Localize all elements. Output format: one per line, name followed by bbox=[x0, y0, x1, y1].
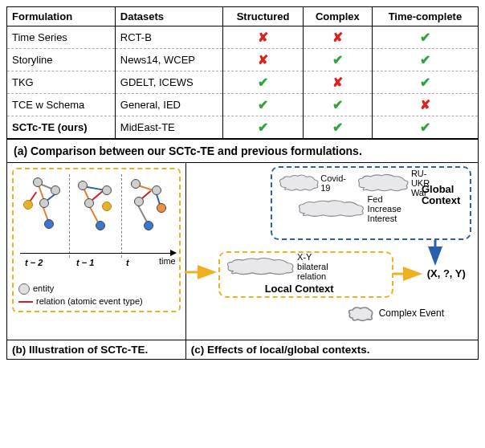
entity-node-icon bbox=[96, 221, 105, 230]
cloud-covid-icon: Covid-19 bbox=[277, 173, 346, 193]
figure-container: Formulation Datasets Structured Complex … bbox=[6, 6, 479, 360]
entity-node-icon bbox=[33, 177, 43, 187]
cell-timecomplete: ✔ bbox=[372, 26, 478, 49]
entity-node-icon bbox=[102, 185, 112, 195]
cell-datasets: News14, WCEP bbox=[115, 49, 222, 71]
caption-b: (b) Illustration of SCTc-TE. bbox=[7, 340, 185, 359]
time-divider bbox=[121, 174, 122, 258]
cell-structured: ✔ bbox=[223, 116, 304, 139]
entity-node-icon bbox=[157, 203, 166, 213]
col-header: Time-complete bbox=[372, 7, 478, 26]
cell-complex: ✔ bbox=[303, 116, 372, 139]
entity-node-icon bbox=[23, 200, 33, 210]
legend-relation-label: relation (atomic event type) bbox=[36, 296, 143, 306]
cell-complex: ✘ bbox=[303, 71, 372, 94]
caption-c: (c) Effects of local/global contexts. bbox=[186, 340, 478, 359]
col-header: Complex bbox=[303, 7, 372, 26]
panel-b: t − 2 t − 1 t time entity relation (atom… bbox=[7, 163, 186, 359]
cell-formulation: SCTc-TE (ours) bbox=[7, 116, 115, 139]
table-row: Time SeriesRCT-B✘✘✔ bbox=[7, 26, 478, 49]
mini-graph-t bbox=[126, 174, 173, 246]
cell-datasets: GDELT, ICEWS bbox=[115, 71, 222, 94]
entity-node-icon bbox=[144, 221, 153, 230]
table-header-row: Formulation Datasets Structured Complex … bbox=[7, 7, 478, 26]
panel-b-body: t − 2 t − 1 t time entity relation (atom… bbox=[7, 163, 185, 340]
time-tick-label: t − 1 bbox=[76, 258, 94, 267]
time-tick-label: t − 2 bbox=[25, 258, 43, 267]
entity-node-icon bbox=[84, 198, 94, 208]
cell-formulation: Storyline bbox=[7, 49, 115, 71]
arrow-to-local-icon bbox=[185, 264, 220, 282]
cloud-war-icon: RU-UKR War bbox=[356, 173, 444, 193]
mini-graph-t-1 bbox=[73, 174, 120, 246]
cell-structured: ✔ bbox=[223, 71, 304, 94]
cell-timecomplete: ✘ bbox=[372, 94, 478, 116]
cell-timecomplete: ✔ bbox=[372, 49, 478, 71]
time-tick-label: t bbox=[126, 258, 129, 267]
axis-label: time bbox=[159, 256, 176, 266]
cell-datasets: General, IED bbox=[115, 94, 222, 116]
cell-formulation: Time Series bbox=[7, 26, 115, 49]
arrow-global-down-icon bbox=[427, 240, 443, 269]
legend-relation: relation (atomic event type) bbox=[18, 295, 143, 307]
entity-node-icon bbox=[78, 181, 88, 190]
mini-graphs-row bbox=[17, 174, 176, 255]
output-tuple: (X, ?, Y) bbox=[427, 267, 466, 279]
time-axis-icon bbox=[20, 253, 176, 254]
cloud-bilateral-icon: X-Y bilateral relation bbox=[225, 256, 345, 277]
cloud-fed-label: Fed Increase Interest bbox=[368, 194, 417, 223]
entity-node-icon bbox=[131, 179, 141, 189]
cell-complex: ✔ bbox=[303, 94, 372, 116]
cell-timecomplete: ✔ bbox=[372, 116, 478, 139]
cloud-complex-event-icon bbox=[347, 306, 374, 322]
relation-line-icon bbox=[18, 301, 33, 303]
cell-complex: ✘ bbox=[303, 26, 372, 49]
entity-dot-icon bbox=[18, 283, 30, 295]
caption-a: (a) Comparison between our SCTc-TE and p… bbox=[7, 139, 478, 162]
legend: entity relation (atomic event type) bbox=[18, 282, 143, 307]
panel-c-body: Covid-19 RU-UKR War Fed Increase Interes… bbox=[186, 163, 478, 340]
cell-structured: ✘ bbox=[223, 26, 304, 49]
entity-node-icon bbox=[39, 198, 49, 208]
table-row: SCTc-TE (ours)MidEast-TE✔✔✔ bbox=[7, 116, 478, 139]
col-header: Structured bbox=[223, 7, 304, 26]
entity-node-icon bbox=[134, 197, 144, 206]
cloud-war-label: RU-UKR War bbox=[411, 169, 444, 198]
cell-formulation: TKG bbox=[7, 71, 115, 94]
sctc-illustration-box: t − 2 t − 1 t time entity relation (atom… bbox=[12, 168, 181, 312]
time-divider bbox=[69, 174, 70, 258]
comparison-table: Formulation Datasets Structured Complex … bbox=[7, 7, 478, 139]
cloud-fed-icon: Fed Increase Interest bbox=[296, 198, 417, 219]
cloud-bilateral-label: X-Y bilateral relation bbox=[297, 252, 345, 281]
lower-panels: t − 2 t − 1 t time entity relation (atom… bbox=[7, 162, 478, 359]
entity-node-icon bbox=[44, 219, 54, 229]
panel-c: Covid-19 RU-UKR War Fed Increase Interes… bbox=[186, 163, 478, 359]
legend-entity-label: entity bbox=[33, 283, 54, 293]
col-header: Datasets bbox=[115, 7, 222, 26]
table-row: TKGGDELT, ICEWS✔✘✔ bbox=[7, 71, 478, 94]
col-header: Formulation bbox=[7, 7, 115, 26]
cell-formulation: TCE w Schema bbox=[7, 94, 115, 116]
cell-structured: ✘ bbox=[223, 49, 304, 71]
entity-node-icon bbox=[152, 185, 161, 195]
cell-complex: ✔ bbox=[303, 49, 372, 71]
entity-node-icon bbox=[102, 202, 112, 211]
cell-structured: ✔ bbox=[223, 94, 304, 116]
cloud-covid-label: Covid-19 bbox=[320, 173, 346, 193]
cell-timecomplete: ✔ bbox=[372, 71, 478, 94]
local-context-label: Local Context bbox=[265, 283, 334, 295]
complex-event-label: Complex Event bbox=[379, 307, 444, 319]
mini-graph-t-2 bbox=[20, 174, 67, 246]
table-row: TCE w SchemaGeneral, IED✔✔✘ bbox=[7, 94, 478, 116]
entity-node-icon bbox=[51, 185, 60, 195]
cell-datasets: RCT-B bbox=[115, 26, 222, 49]
legend-entity: entity bbox=[18, 282, 143, 295]
table-row: StorylineNews14, WCEP✘✔✔ bbox=[7, 49, 478, 71]
arrow-local-right-icon bbox=[393, 266, 426, 283]
cell-datasets: MidEast-TE bbox=[115, 116, 222, 139]
local-context-box: X-Y bilateral relation Local Context bbox=[218, 251, 393, 298]
